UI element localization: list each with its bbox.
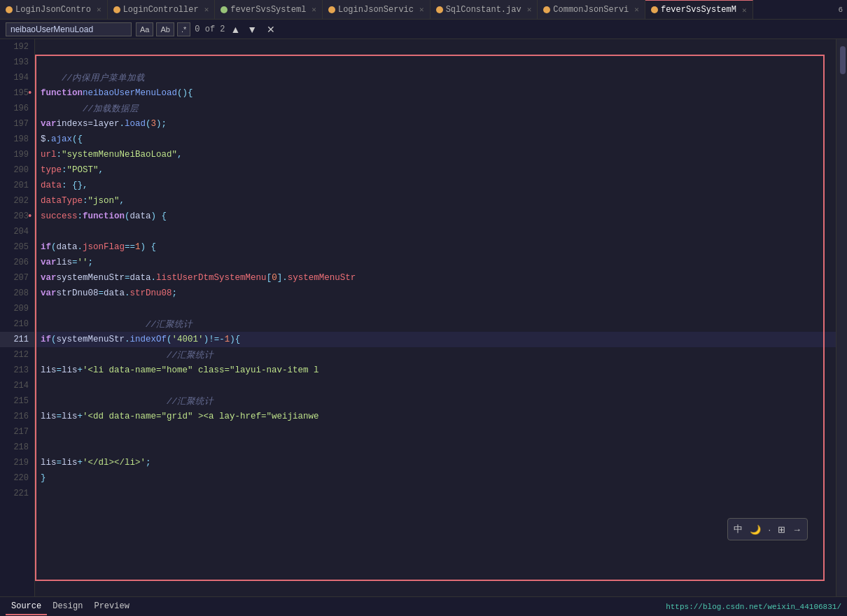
line-number-213: 213 bbox=[0, 363, 34, 378]
tab-tab3[interactable]: feverSvsSysteml✕ bbox=[215, 0, 323, 20]
code-line-200: type : "POST", bbox=[35, 162, 836, 178]
code-line-209 bbox=[35, 301, 836, 316]
search-close-btn[interactable]: ✕ bbox=[265, 24, 276, 35]
code-area[interactable]: //内保用户菜单加载 function neibaoUserMenuLoad()… bbox=[35, 39, 836, 596]
search-next-btn[interactable]: ▼ bbox=[246, 24, 258, 35]
tab-tab5[interactable]: SqlConstant.jav✕ bbox=[430, 0, 538, 20]
code-line-213: lis = lis+'<li data-name="home" class="l… bbox=[35, 363, 836, 378]
line-number-216: 216 bbox=[0, 409, 34, 424]
tab-label: SqlConstant.jav bbox=[446, 5, 522, 15]
line-number-215: 215 bbox=[0, 393, 34, 409]
tab-close-btn[interactable]: ✕ bbox=[204, 5, 209, 14]
search-count: 0 of 2 bbox=[195, 24, 225, 34]
line-number-217: 217 bbox=[0, 424, 34, 440]
code-line-217 bbox=[35, 424, 836, 440]
line-number-203: 203 bbox=[0, 209, 34, 224]
tab-label: feverSvsSysteml bbox=[230, 5, 306, 15]
search-bar: Aa Ab .* 0 of 2 ▲ ▼ ✕ bbox=[0, 20, 847, 39]
search-input[interactable] bbox=[6, 22, 132, 36]
tab-label: LoginController bbox=[123, 5, 199, 15]
line-number-214: 214 bbox=[0, 378, 34, 393]
code-line-211: if(systemMenuStr.indexOf('4001') != -1 )… bbox=[35, 332, 836, 347]
editor-container: 1921931941951961971981992002012022032042… bbox=[0, 39, 847, 596]
bottom-tab-preview[interactable]: Preview bbox=[88, 598, 134, 615]
tab-tab1[interactable]: LoginJsonContro✕ bbox=[0, 0, 108, 20]
tab-file-icon bbox=[543, 6, 550, 13]
code-line-199: url : "systemMenuNeiBaoLoad", bbox=[35, 147, 836, 162]
code-line-210: //汇聚统计 bbox=[35, 316, 836, 332]
tooltip-arrow-btn[interactable]: → bbox=[791, 523, 803, 536]
tab-close-btn[interactable]: ✕ bbox=[419, 5, 424, 14]
code-line-202: dataType : "json", bbox=[35, 193, 836, 209]
search-prev-btn[interactable]: ▲ bbox=[230, 24, 242, 35]
tab-close-btn[interactable]: ✕ bbox=[312, 5, 316, 14]
tooltip-dot-btn[interactable]: · bbox=[766, 523, 772, 536]
tab-overflow-badge[interactable]: 6 bbox=[834, 6, 847, 14]
tab-label: LoginJsonContro bbox=[15, 5, 91, 15]
line-number-221: 221 bbox=[0, 486, 34, 501]
line-number-209: 209 bbox=[0, 301, 34, 316]
line-number-211: 211 bbox=[0, 332, 34, 347]
code-line-208: var strDnu08 = data.strDnu08; bbox=[35, 286, 836, 301]
code-line-192 bbox=[35, 39, 836, 55]
line-number-193: 193 bbox=[0, 55, 34, 70]
code-line-214 bbox=[35, 378, 836, 393]
code-line-201: data : {}, bbox=[35, 178, 836, 193]
code-line-221 bbox=[35, 486, 836, 501]
tab-file-icon bbox=[113, 6, 120, 13]
code-line-197: var indexs=layer.load(3); bbox=[35, 116, 836, 132]
code-line-196: //加载数据层 bbox=[35, 101, 836, 116]
line-number-210: 210 bbox=[0, 316, 34, 332]
tooltip-popup: 中 🌙 · ⊞ → bbox=[727, 518, 808, 540]
line-number-219: 219 bbox=[0, 455, 34, 470]
right-scrollbar[interactable] bbox=[836, 39, 847, 596]
tab-tab4[interactable]: LoginJsonServic✕ bbox=[323, 0, 430, 20]
bottom-tab-design[interactable]: Design bbox=[47, 598, 88, 615]
tab-tab2[interactable]: LoginController✕ bbox=[108, 0, 216, 20]
code-line-215: //汇聚统计 bbox=[35, 393, 836, 409]
line-number-199: 199 bbox=[0, 147, 34, 162]
tooltip-moon-btn[interactable]: 🌙 bbox=[748, 523, 762, 536]
code-line-205: if (data.jsonFlag == 1) { bbox=[35, 239, 836, 255]
line-number-201: 201 bbox=[0, 178, 34, 193]
regex-btn[interactable]: .* bbox=[177, 22, 190, 36]
code-line-195: function neibaoUserMenuLoad(){ bbox=[35, 85, 836, 101]
line-number-220: 220 bbox=[0, 470, 34, 486]
line-number-195: 195 bbox=[0, 85, 34, 101]
line-number-192: 192 bbox=[0, 39, 34, 55]
tab-bar: LoginJsonContro✕LoginController✕feverSvs… bbox=[0, 0, 847, 20]
code-line-220: } bbox=[35, 470, 836, 486]
code-line-219: lis = lis+'</dl></li>'; bbox=[35, 455, 836, 470]
tooltip-grid-btn[interactable]: ⊞ bbox=[776, 523, 787, 536]
bottom-tab-source[interactable]: Source bbox=[6, 598, 47, 615]
line-number-204: 204 bbox=[0, 224, 34, 239]
tab-file-icon bbox=[436, 6, 443, 13]
tab-close-btn[interactable]: ✕ bbox=[634, 5, 639, 14]
bottom-bar: SourceDesignPreview https://blog.csdn.ne… bbox=[0, 596, 847, 616]
tab-label: feverSvsSystemM bbox=[661, 5, 736, 15]
case-sensitive-btn[interactable]: Aa bbox=[136, 22, 153, 36]
tab-close-btn[interactable]: ✕ bbox=[527, 5, 532, 14]
whole-word-btn[interactable]: Ab bbox=[156, 22, 174, 36]
tab-tab6[interactable]: CommonJsonServi✕ bbox=[538, 0, 645, 20]
line-number-208: 208 bbox=[0, 286, 34, 301]
tab-close-btn[interactable]: ✕ bbox=[97, 5, 102, 14]
line-number-198: 198 bbox=[0, 132, 34, 147]
tab-file-icon bbox=[328, 6, 335, 13]
code-line-216: lis = lis+'<dd data-name="grid" ><a lay-… bbox=[35, 409, 836, 424]
code-line-193 bbox=[35, 55, 836, 70]
code-line-204 bbox=[35, 224, 836, 239]
tab-tab7[interactable]: feverSvsSystemM✕ bbox=[645, 0, 753, 20]
line-number-202: 202 bbox=[0, 193, 34, 209]
tab-file-icon bbox=[651, 6, 658, 13]
tab-close-btn[interactable]: ✕ bbox=[742, 6, 747, 15]
tab-label: CommonJsonServi bbox=[553, 5, 629, 15]
line-number-196: 196 bbox=[0, 101, 34, 116]
code-line-194: //内保用户菜单加载 bbox=[35, 70, 836, 85]
bottom-url: https://blog.csdn.net/weixin_44106831/ bbox=[666, 603, 841, 611]
line-number-212: 212 bbox=[0, 347, 34, 363]
tab-file-icon bbox=[220, 6, 227, 13]
scroll-thumb[interactable] bbox=[840, 46, 846, 74]
tooltip-chinese-btn[interactable]: 中 bbox=[732, 522, 744, 537]
tab-label: LoginJsonServic bbox=[338, 5, 414, 15]
